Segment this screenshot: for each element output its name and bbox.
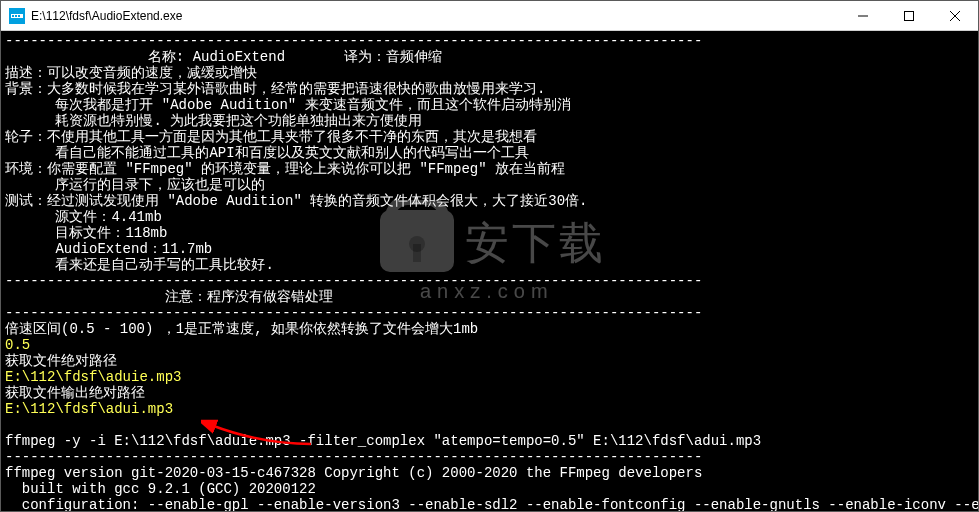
console-line: 背景：大多数时候我在学习某外语歌曲时，经常的需要把语速很快的歌曲放慢用来学习. [5,81,545,97]
svg-rect-5 [905,11,914,20]
minimize-button[interactable] [840,1,886,30]
console-input: 0.5 [5,337,30,353]
console-input: E:\112\fdsf\adui.mp3 [5,401,173,417]
console-line: 获取文件绝对路径 [5,353,117,369]
console-line: 倍速区间(0.5 - 100) ，1是正常速度, 如果你依然转换了文件会增大1m… [5,321,478,337]
console-line: 看自己能不能通过工具的API和百度以及英文文献和别人的代码写出一个工具 [5,145,529,161]
console-line: 轮子：不使用其他工具一方面是因为其他工具夹带了很多不干净的东西，其次是我想看 [5,129,537,145]
close-button[interactable] [932,1,978,30]
console-line: configuration: --enable-gpl --enable-ver… [5,497,978,511]
console-line: 每次我都是打开 "Adobe Audition" 来变速音频文件，而且这个软件启… [5,97,571,113]
window-controls [840,1,978,30]
console-line: 注意：程序没有做容错处理 [5,289,333,305]
console-line: 耗资源也特别慢. 为此我要把这个功能单独抽出来方便使用 [5,113,422,129]
console-line: ffmpeg version git-2020-03-15-c467328 Co… [5,465,702,481]
console-line: 获取文件输出绝对路径 [5,385,145,401]
console-output[interactable]: ----------------------------------------… [1,31,978,511]
console-line: 名称: AudioExtend 译为：音频伸缩 [5,49,442,65]
console-line: 描述：可以改变音频的速度，减缓或增快 [5,65,257,81]
console-line: 序运行的目录下，应该也是可以的 [5,177,265,193]
console-line: ----------------------------------------… [5,273,702,289]
console-input: E:\112\fdsf\aduie.mp3 [5,369,181,385]
console-line: 目标文件：118mb [5,225,167,241]
console-line: 源文件：4.41mb [5,209,162,225]
svg-rect-1 [12,15,14,17]
console-line: built with gcc 9.2.1 (GCC) 20200122 [5,481,316,497]
console-line: 环境：你需要配置 "FFmpeg" 的环境变量，理论上来说你可以把 "FFmpe… [5,161,565,177]
maximize-button[interactable] [886,1,932,30]
window-frame: E:\112\fdsf\AudioExtend.exe ------------… [0,0,979,512]
console-line: ----------------------------------------… [5,33,702,49]
console-line: 测试：经过测试发现使用 "Adobe Audition" 转换的音频文件体积会很… [5,193,587,209]
svg-rect-3 [18,15,20,17]
console-line: ----------------------------------------… [5,449,702,465]
console-line: AudioExtend：11.7mb [5,241,212,257]
svg-rect-2 [15,15,17,17]
console-line: 看来还是自己动手写的工具比较好. [5,257,274,273]
titlebar[interactable]: E:\112\fdsf\AudioExtend.exe [1,1,978,31]
window-title: E:\112\fdsf\AudioExtend.exe [31,9,840,23]
console-line: ----------------------------------------… [5,305,702,321]
console-line: ffmpeg -y -i E:\112\fdsf\aduie.mp3 -filt… [5,433,761,449]
app-icon [9,8,25,24]
